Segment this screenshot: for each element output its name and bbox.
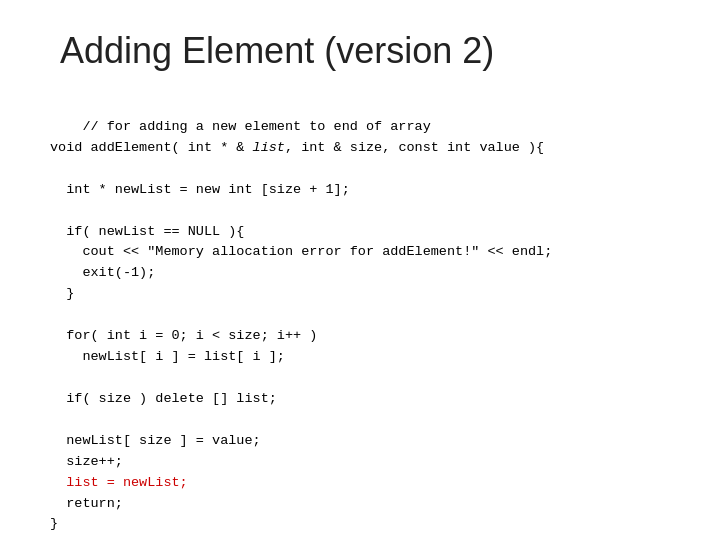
code-line-2: void addElement( int * & list, int & siz… [50,140,544,155]
slide: Adding Element (version 2) // for adding… [0,0,720,540]
code-line-11: for( int i = 0; i < size; i++ ) [50,328,317,343]
code-line-9: } [50,286,74,301]
code-line-19: return; [50,496,123,511]
slide-title: Adding Element (version 2) [60,30,680,72]
code-line-16: newList[ size ] = value; [50,433,261,448]
code-line-12: newList[ i ] = list[ i ]; [50,349,285,364]
code-line-14: if( size ) delete [] list; [50,391,277,406]
code-line-7: cout << "Memory allocation error for add… [50,244,552,259]
code-line-17: size++; [50,454,123,469]
code-line-6: if( newList == NULL ){ [50,224,244,239]
code-line-8: exit(-1); [50,265,155,280]
code-line-18: list = newList; [50,475,188,490]
code-line-4: int * newList = new int [size + 1]; [50,182,350,197]
code-line-20: } [50,516,58,531]
code-block: // for adding a new element to end of ar… [50,96,680,540]
code-line-1: // for adding a new element to end of ar… [82,119,430,134]
